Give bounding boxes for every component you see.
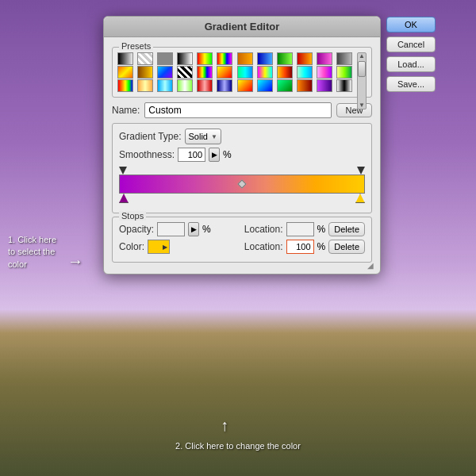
presets-section: Presets (112, 47, 372, 98)
gradient-bar[interactable] (119, 175, 365, 194)
preset-item[interactable] (197, 79, 213, 92)
opacity-unit: % (202, 224, 211, 235)
color-stop-right[interactable] (355, 194, 365, 203)
gradient-bar-container (119, 165, 365, 205)
opacity-stops-row (119, 165, 365, 175)
preset-item[interactable] (177, 66, 193, 79)
presets-scrollbar[interactable]: ▲ ▼ (357, 52, 367, 109)
midpoint-diamond[interactable] (237, 179, 246, 188)
opacity-stop-left[interactable] (119, 167, 127, 175)
stops-section: Stops Opacity: ▶ % Location: % Delete Co… (112, 217, 372, 263)
cancel-button[interactable]: Cancel (386, 36, 436, 52)
opacity-stop-right[interactable] (357, 167, 365, 175)
name-row: Name: New (112, 102, 372, 118)
preset-item[interactable] (217, 52, 232, 65)
preset-item[interactable] (317, 66, 332, 79)
name-input[interactable] (144, 102, 332, 118)
color-stop-left[interactable] (119, 194, 129, 203)
dialog-titlebar: Gradient Editor OK Cancel Load... Save..… (104, 17, 380, 37)
opacity-stop-row: Opacity: ▶ % Location: % Delete (119, 222, 365, 236)
preset-item[interactable] (157, 66, 173, 79)
save-button[interactable]: Save... (386, 76, 436, 92)
preset-item[interactable] (217, 79, 232, 92)
color-stop-label: Color: (119, 241, 144, 252)
preset-item[interactable] (137, 52, 153, 65)
preset-item[interactable] (217, 66, 232, 79)
annotation-bottom: 2. Click here to change the color (175, 441, 301, 451)
dialog-buttons: OK Cancel Load... Save... (386, 17, 436, 92)
presets-label: Presets (119, 41, 153, 51)
name-label: Name: (112, 105, 140, 116)
resize-handle[interactable]: ◢ (367, 261, 377, 271)
opacity-delete-button[interactable]: Delete (328, 222, 365, 236)
preset-item[interactable] (277, 79, 293, 92)
new-button[interactable]: New (336, 103, 372, 117)
preset-item[interactable] (336, 79, 352, 92)
preset-item[interactable] (177, 79, 193, 92)
color-swatch-arrow-icon: ▶ (163, 244, 167, 251)
opacity-stop-input[interactable] (157, 222, 185, 236)
smoothness-step-btn[interactable]: ▶ (209, 148, 220, 162)
preset-item[interactable] (257, 66, 273, 79)
preset-item[interactable] (277, 52, 293, 65)
preset-item[interactable] (237, 52, 253, 65)
preset-item[interactable] (137, 66, 153, 79)
presets-grid (117, 52, 355, 92)
gradient-editor-dialog: Gradient Editor OK Cancel Load... Save..… (103, 16, 381, 274)
preset-item[interactable] (157, 52, 173, 65)
preset-item[interactable] (317, 79, 332, 92)
preset-item[interactable] (237, 66, 253, 79)
smoothness-label: Smoothness: (119, 149, 175, 160)
arrow-left-icon: → (67, 252, 83, 271)
preset-item[interactable] (197, 66, 213, 79)
smoothness-unit: % (223, 149, 232, 160)
preset-item[interactable] (336, 52, 352, 65)
opacity-location-input[interactable] (286, 222, 314, 236)
gradient-type-dropdown[interactable]: Solid ▼ (185, 129, 221, 144)
gradient-type-label: Gradient Type: (119, 131, 182, 142)
preset-item[interactable] (177, 52, 193, 65)
dialog-title: Gradient Editor (205, 21, 280, 33)
color-stops-row (119, 194, 365, 205)
smoothness-input[interactable] (178, 148, 205, 162)
preset-item[interactable] (257, 52, 273, 65)
preset-item[interactable] (197, 52, 213, 65)
smoothness-row: Smoothness: ▶ % (119, 148, 365, 162)
color-location-input[interactable] (286, 240, 314, 254)
opacity-location-label: Location: (244, 224, 283, 235)
ok-button[interactable]: OK (386, 17, 436, 33)
color-location-unit: % (317, 241, 326, 252)
scroll-thumb[interactable] (358, 61, 366, 77)
preset-item[interactable] (237, 79, 253, 92)
preset-item[interactable] (297, 79, 313, 92)
scroll-up-icon[interactable]: ▲ (359, 53, 365, 60)
preset-item[interactable] (277, 66, 293, 79)
opacity-stop-label: Opacity: (119, 224, 154, 235)
gradient-type-row: Gradient Type: Solid ▼ (119, 129, 365, 144)
preset-item[interactable] (137, 79, 153, 92)
color-delete-button[interactable]: Delete (328, 240, 365, 254)
preset-item[interactable] (157, 79, 173, 92)
opacity-location-unit: % (317, 224, 326, 235)
color-location-label: Location: (244, 241, 283, 252)
preset-item[interactable] (117, 52, 133, 65)
stops-section-label: Stops (119, 211, 146, 221)
dropdown-arrow-icon: ▼ (211, 133, 217, 140)
scroll-down-icon[interactable]: ▼ (359, 102, 365, 109)
opacity-step-btn[interactable]: ▶ (188, 222, 199, 236)
preset-item[interactable] (297, 52, 313, 65)
annotation-left: 1. Click here to select the color (8, 234, 71, 271)
preset-item[interactable] (117, 79, 133, 92)
preset-item[interactable] (297, 66, 313, 79)
load-button[interactable]: Load... (386, 56, 436, 72)
preset-item[interactable] (117, 66, 133, 79)
color-stop-row: Color: ▶ Location: % Delete (119, 240, 365, 254)
gradient-section: Gradient Type: Solid ▼ Smoothness: ▶ % (112, 123, 372, 213)
preset-item[interactable] (317, 52, 332, 65)
preset-item[interactable] (336, 66, 352, 79)
preset-item[interactable] (257, 79, 273, 92)
color-swatch[interactable]: ▶ (148, 240, 170, 254)
gradient-type-value: Solid (189, 132, 208, 141)
arrow-bottom-icon: ↑ (221, 416, 228, 435)
